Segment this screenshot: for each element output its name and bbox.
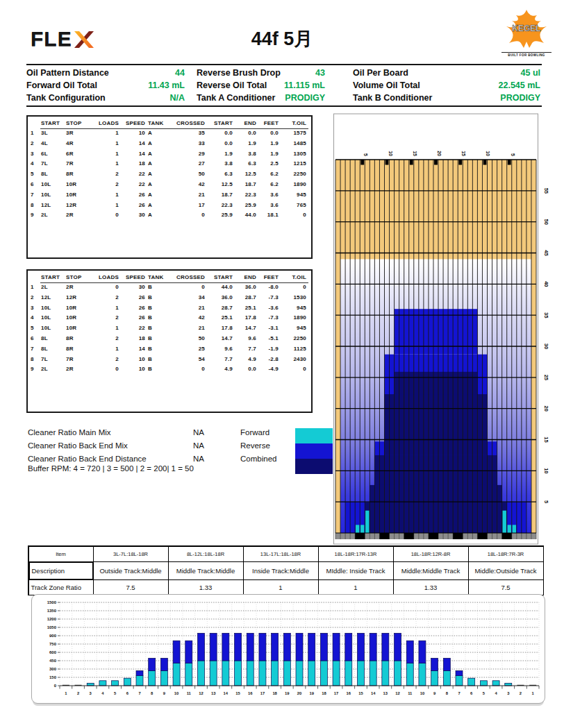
bar-reverse <box>185 641 192 663</box>
summary-cell: Oil Pattern Distance44 <box>26 68 185 78</box>
svg-text:40: 40 <box>543 281 549 287</box>
ratio-cell: 7.5 <box>468 579 544 595</box>
reverse-row: 92L2R010B04.90.0-4.90 <box>31 364 308 375</box>
cell: 25.9 <box>207 210 235 221</box>
bar-forward <box>395 661 401 686</box>
cell: 29 <box>171 149 207 160</box>
cell: 5 <box>31 323 40 334</box>
cell: A <box>147 149 171 160</box>
cell: 10R <box>65 313 93 323</box>
ratio-row-header: Track Zone Ratio <box>28 579 94 595</box>
svg-text:10: 10 <box>174 691 179 695</box>
svg-text:15: 15 <box>235 691 240 695</box>
cell: 1890 <box>281 180 308 190</box>
bar-forward <box>160 670 167 686</box>
reverse-row: 12L2R030B044.036.0-8.00 <box>31 282 308 293</box>
column-header: STOP <box>65 119 93 129</box>
cell: 10R <box>65 180 93 190</box>
cell: 1.9 <box>235 139 258 149</box>
kegel-logo: KEGEL BUILT FOR BOWLING <box>501 8 551 57</box>
cell: 10L <box>40 313 65 323</box>
bar-forward <box>406 663 413 686</box>
cell: 1 <box>93 149 121 160</box>
bar-forward <box>197 661 204 686</box>
svg-text:25: 25 <box>543 375 549 380</box>
cell: 945 <box>281 303 308 314</box>
cell: 2250 <box>281 334 308 344</box>
cell: 7R <box>65 355 93 365</box>
svg-text:600: 600 <box>49 650 57 654</box>
bar-forward <box>296 661 303 686</box>
summary-value: 44 <box>145 68 185 78</box>
bar-reverse <box>173 641 180 663</box>
ratio-header-item: Item <box>28 546 94 562</box>
ratio-cell: MIddle: Inside Track <box>318 561 394 580</box>
summary-value: 45 ul <box>488 68 540 78</box>
cell: 7R <box>65 159 93 169</box>
cell: -5.1 <box>258 334 281 344</box>
summary-label: Forward Oil Total <box>26 81 145 90</box>
cell: 1 <box>31 128 40 139</box>
reverse-row: 510L10R122B2117.814.7-3.1945 <box>31 323 308 334</box>
summary-cell: Tank ConfigurationN/A <box>26 93 185 103</box>
legend-swatch-combined <box>295 459 333 474</box>
ratio-cell: 13L-17L:18L-18R <box>243 546 319 562</box>
svg-text:6: 6 <box>126 691 129 695</box>
reverse-header-row: STARTSTOPLOADSSPEEDTANKCROSSEDSTARTENDFE… <box>31 273 308 282</box>
svg-text:3: 3 <box>90 691 92 695</box>
column-header: T.OIL <box>281 119 308 129</box>
cell: 2250 <box>281 169 308 180</box>
bar-forward <box>419 663 426 686</box>
forward-row: 710L10R126A2118.722.33.6945 <box>31 190 308 201</box>
svg-text:10: 10 <box>486 151 490 156</box>
bar-reverse <box>197 633 204 661</box>
bar-reverse <box>443 658 450 670</box>
bar-forward <box>492 681 499 686</box>
bar-forward <box>173 663 180 686</box>
svg-text:14: 14 <box>224 691 229 695</box>
cell: 3.8 <box>207 159 235 169</box>
bar-reverse <box>431 658 438 670</box>
cell: 1575 <box>281 128 308 139</box>
kegel-tagline: BUILT FOR BOWLING <box>501 52 551 57</box>
cleaner-row: Cleaner Ratio Back End MixNAReverse <box>28 439 340 452</box>
cell: 3 <box>31 149 40 160</box>
ratio-cell: 18L-18R:7R-3R <box>468 546 544 562</box>
column-header: CROSSED <box>171 119 207 129</box>
cell: 12L <box>40 293 65 303</box>
bar-reverse <box>419 641 426 663</box>
ratio-cell: 1 <box>318 579 394 595</box>
cleaner-label: Cleaner Ratio Back End Mix <box>28 441 193 450</box>
svg-text:18: 18 <box>322 691 326 695</box>
svg-text:30: 30 <box>543 344 549 349</box>
cell: B <box>147 355 171 365</box>
cell: 8 <box>31 355 40 365</box>
svg-text:6: 6 <box>470 691 473 695</box>
buffer-rpm-note: Buffer RPM: 4 = 720 | 3 = 500 | 2 = 200|… <box>28 464 194 473</box>
cell: 0 <box>93 282 121 293</box>
summary-value: 22.545 mL <box>488 81 540 90</box>
svg-text:300: 300 <box>49 667 57 671</box>
kegel-wordmark: KEGEL <box>512 24 540 33</box>
cell: 3.8 <box>235 149 258 160</box>
cell: 7L <box>40 355 65 365</box>
column-header: END <box>235 273 258 283</box>
bar-forward <box>136 676 143 686</box>
cell: 6.2 <box>258 169 281 180</box>
bar-forward <box>357 661 364 686</box>
bar-reverse <box>357 633 364 661</box>
svg-text:2: 2 <box>520 691 522 695</box>
cell: 28.7 <box>235 293 258 303</box>
cell: 6 <box>31 180 40 190</box>
cell: A <box>147 159 171 169</box>
page-title: 44f 5月 <box>0 26 564 51</box>
cell: 33 <box>171 139 207 149</box>
cell: 1125 <box>281 344 308 355</box>
combined-oil-bands <box>365 372 506 533</box>
cell: 10 <box>121 355 147 365</box>
kegel-eagle-icon: KEGEL <box>504 8 549 49</box>
reverse-row: 410L10R226B4225.117.8-7.31890 <box>31 313 308 323</box>
cell: 8R <box>65 169 93 180</box>
forward-program-table: STARTSTOPLOADSSPEEDTANKCROSSEDSTARTENDFE… <box>26 115 313 259</box>
cell: A <box>147 201 171 211</box>
